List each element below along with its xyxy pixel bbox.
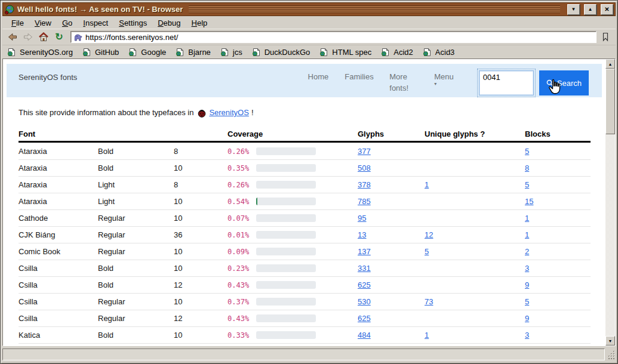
blocks-link[interactable]: 5	[525, 147, 529, 156]
nav-more-fonts-[interactable]: More fonts!	[389, 72, 418, 94]
minimize-button[interactable]: ▼	[567, 4, 580, 15]
bookmark-html-spec[interactable]: HTML spec	[319, 48, 371, 57]
url-input[interactable]: https://fonts.serenityos.net/	[85, 33, 178, 42]
scrollbar-thumb[interactable]	[605, 69, 615, 134]
vertical-scrollbar[interactable]: ▲ ▼	[605, 59, 615, 346]
titlebar-stripes	[189, 5, 560, 13]
blocks-link[interactable]: 1	[525, 214, 529, 223]
coverage-bar	[256, 231, 316, 239]
scrollbar-track[interactable]	[605, 134, 615, 336]
url-bar[interactable]: https://fonts.serenityos.net/	[70, 31, 597, 43]
home-button[interactable]	[37, 31, 50, 43]
cell-font-name: Ataraxia	[19, 147, 98, 156]
cell-font-style: Regular	[98, 214, 174, 223]
bookmark-google[interactable]: Google	[128, 48, 166, 57]
cell-font-style: Bold	[98, 164, 174, 172]
unique-glyphs-link[interactable]: 12	[425, 230, 433, 239]
menu-help[interactable]: Help	[186, 18, 213, 28]
reload-icon: ↻	[55, 32, 63, 42]
search-input[interactable]: 0041	[479, 70, 534, 95]
menu-debug[interactable]: Debug	[152, 18, 186, 28]
search-button[interactable]: Search	[539, 70, 589, 95]
blocks-link[interactable]: 5	[525, 297, 529, 306]
blocks-link[interactable]: 2	[525, 247, 529, 256]
menu-file[interactable]: File	[6, 18, 29, 28]
blocks-link[interactable]: 15	[525, 197, 533, 206]
cell-blocks: 2	[525, 247, 591, 256]
glyphs-link[interactable]: 95	[358, 214, 366, 223]
menu-settings[interactable]: Settings	[113, 18, 152, 28]
bookmark-label: Google	[141, 48, 166, 57]
header-font: Font	[19, 129, 98, 138]
glyphs-link[interactable]: 484	[358, 331, 371, 340]
nav-families[interactable]: Families	[345, 72, 373, 83]
menu-inspect[interactable]: Inspect	[78, 18, 113, 28]
site-favicon-elephant-icon	[73, 33, 82, 41]
scroll-up-button[interactable]: ▲	[605, 59, 615, 69]
cell-font-style: Regular	[98, 247, 174, 256]
cell-font-name: Ataraxia	[19, 180, 98, 189]
resize-grip[interactable]	[607, 350, 616, 359]
blocks-link[interactable]: 3	[525, 264, 529, 273]
status-panel	[2, 348, 605, 360]
cell-glyphs: 331	[358, 264, 425, 273]
blocks-link[interactable]: 8	[525, 164, 529, 172]
unique-glyphs-link[interactable]: 5	[425, 247, 429, 256]
glyphs-link[interactable]: 13	[358, 230, 366, 239]
menu-view[interactable]: View	[29, 18, 57, 28]
scroll-down-button[interactable]: ▼	[605, 336, 615, 346]
glyphs-link[interactable]: 508	[358, 164, 371, 172]
bookmark-acid3[interactable]: Acid3	[423, 48, 455, 57]
serenityos-link[interactable]: SerenityOS	[209, 108, 248, 117]
close-button[interactable]: ✕	[601, 4, 613, 15]
blocks-link[interactable]: 9	[525, 280, 529, 289]
add-bookmark-button[interactable]	[599, 31, 612, 43]
maximize-button[interactable]: ▲	[584, 4, 597, 15]
nav-home[interactable]: Home	[308, 72, 329, 83]
cell-font-size: 10	[174, 197, 227, 206]
blocks-link[interactable]: 5	[525, 180, 529, 189]
bookmark-github[interactable]: GitHub	[82, 48, 119, 57]
bookmark-page-icon	[252, 48, 261, 57]
glyphs-link[interactable]: 377	[358, 147, 371, 156]
bookmark-duckduckgo[interactable]: DuckDuckGo	[252, 48, 310, 57]
bookmark-label: Bjarne	[188, 48, 211, 57]
glyphs-link[interactable]: 625	[358, 280, 371, 289]
glyphs-link[interactable]: 785	[358, 197, 371, 206]
blocks-link[interactable]: 3	[525, 331, 529, 340]
blocks-link[interactable]: 9	[525, 314, 529, 323]
title-bar[interactable]: Well hello fonts! → As seen on TV! - Bro…	[2, 2, 616, 16]
cell-glyphs: 625	[358, 314, 425, 323]
reload-button[interactable]: ↻	[53, 31, 66, 43]
blocks-link[interactable]: 1	[525, 230, 529, 239]
bookmark-ribbon-icon	[602, 32, 609, 42]
menu-go[interactable]: Go	[57, 18, 78, 28]
cell-coverage-percent: 0.26%	[227, 147, 256, 156]
search-button-label: Search	[557, 79, 582, 88]
bookmark-acid2[interactable]: Acid2	[381, 48, 413, 57]
unique-glyphs-link[interactable]: 1	[425, 180, 429, 189]
unique-glyphs-link[interactable]: 1	[425, 331, 429, 340]
bookmark-label: HTML spec	[332, 48, 371, 57]
cell-font-name: Cathode	[19, 214, 98, 223]
bookmark-jcs[interactable]: jcs	[220, 48, 242, 57]
table-row: AtaraxiaLight100.54%78515	[19, 193, 591, 209]
cell-coverage-percent: 0.35%	[227, 164, 256, 172]
glyphs-link[interactable]: 137	[358, 247, 371, 256]
glyphs-link[interactable]: 378	[358, 180, 371, 189]
back-button[interactable]	[6, 31, 19, 43]
bookmarks-bar: SerenityOS.org GitHub Google Bjarne jcs …	[2, 45, 616, 58]
bookmark-serenityos-org[interactable]: SerenityOS.org	[7, 48, 73, 57]
cell-coverage-percent: 0.43%	[227, 281, 256, 289]
unique-glyphs-link[interactable]: 73	[425, 297, 433, 306]
cell-font-style: Bold	[98, 264, 174, 273]
cell-blocks: 3	[525, 264, 591, 273]
glyphs-link[interactable]: 625	[358, 314, 371, 323]
glyphs-link[interactable]: 530	[358, 297, 371, 306]
nav-menu[interactable]: Menu▾	[434, 72, 454, 85]
cell-font-name: Csilla	[19, 314, 98, 323]
glyphs-link[interactable]: 331	[358, 264, 371, 273]
bookmark-bjarne[interactable]: Bjarne	[176, 48, 211, 57]
cell-unique-glyphs: 73	[425, 297, 525, 306]
forward-button[interactable]	[21, 31, 35, 43]
